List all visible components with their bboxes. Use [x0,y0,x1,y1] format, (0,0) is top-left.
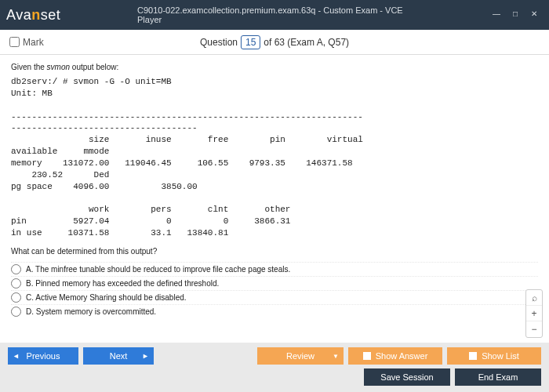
app-logo: Avanset [6,7,60,24]
question-counter: Question 15 of 63 (Exam A, Q57) [200,35,349,49]
option-d[interactable]: D. System memory is overcommitted. [11,304,538,318]
maximize-icon[interactable]: □ [507,9,524,21]
question-text: What can be determined from this output? [11,247,538,256]
review-button[interactable]: Review [257,347,344,365]
option-b[interactable]: B. Pinned memory has exceeded the define… [11,276,538,290]
option-a-radio[interactable] [11,264,21,274]
close-icon[interactable]: ✕ [525,9,543,21]
option-c-radio[interactable] [11,292,21,303]
next-button[interactable]: Next [83,347,154,365]
option-d-radio[interactable] [11,307,21,317]
question-number: 15 [241,35,260,49]
option-b-label: B. Pinned memory has exceeded the define… [26,279,219,288]
option-a-label: A. The minfree tunable should be reduced… [26,265,290,274]
footer: Previous Next Review Show Answer Show Li… [0,343,549,392]
question-content: Given the svmon output below: db2serv:/ … [0,55,549,343]
option-a[interactable]: A. The minfree tunable should be reduced… [11,262,538,276]
zoom-in-icon[interactable]: + [526,306,542,321]
checkbox-icon [469,352,477,360]
previous-button[interactable]: Previous [8,347,78,365]
mark-label: Mark [23,37,44,48]
answer-options: A. The minfree tunable should be reduced… [11,262,538,318]
end-exam-button[interactable]: End Exam [455,368,541,386]
mark-checkbox[interactable] [9,37,20,47]
titlebar: Avanset C9010-022.examcollection.premium… [0,0,549,30]
option-c[interactable]: C. Active Memory Sharing should be disab… [11,290,538,304]
window-controls: — □ ✕ [488,9,543,21]
save-session-button[interactable]: Save Session [364,368,450,386]
show-list-button[interactable]: Show List [447,347,541,365]
window-title: C9010-022.examcollection.premium.exam.63… [137,5,412,24]
intro-text: Given the svmon output below: [11,63,538,71]
zoom-out-icon[interactable]: − [526,321,542,337]
zoom-control: ⌕ + − [525,289,543,338]
option-b-radio[interactable] [11,278,21,289]
checkbox-icon [363,352,371,360]
show-answer-button[interactable]: Show Answer [348,347,442,365]
minimize-icon[interactable]: — [488,9,505,21]
zoom-reset-icon[interactable]: ⌕ [526,290,542,306]
code-output: db2serv:/ # svmon -G -O unit=MB Unit: MB… [11,76,538,239]
option-d-label: D. System memory is overcommitted. [26,307,156,316]
option-c-label: C. Active Memory Sharing should be disab… [26,293,187,302]
question-header: Mark Question 15 of 63 (Exam A, Q57) [0,30,549,55]
